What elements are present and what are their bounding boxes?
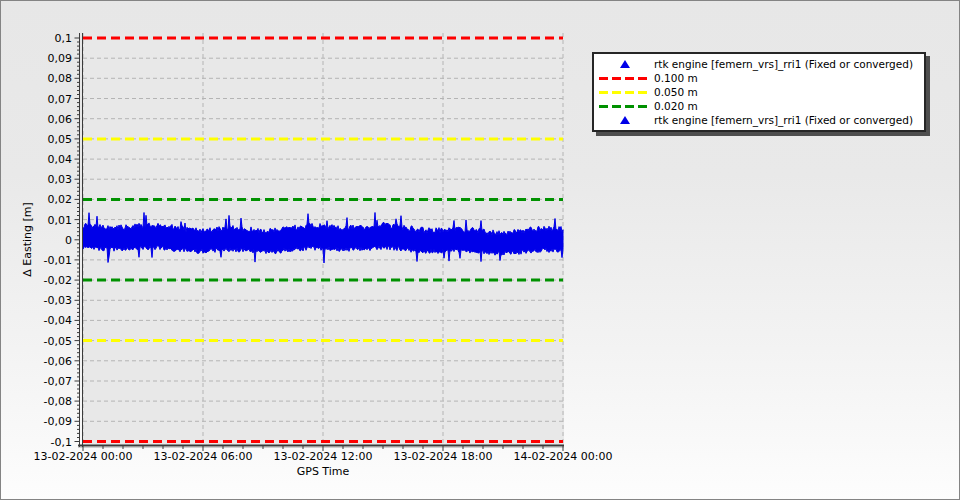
legend-item: rtk engine [femern_vrs]_rri1 (Fixed or c… [596, 57, 922, 71]
y-tick-label: 0,02 [48, 193, 73, 206]
dashed-line-marker-icon [596, 105, 654, 108]
dashed-line-marker-icon [596, 91, 654, 94]
y-tick-label: -0,01 [44, 254, 72, 267]
y-tick-label: 0,08 [48, 72, 73, 85]
legend-item-label: 0.020 m [654, 99, 698, 113]
triangle-icon [620, 60, 630, 68]
dashed-line-marker-icon [596, 77, 654, 80]
y-tick-label: 0,06 [48, 113, 73, 126]
dash-icon [599, 77, 651, 80]
x-tick-label: 13-02-2024 00:00 [33, 450, 132, 463]
y-axis-title: Δ Easting [m] [21, 181, 34, 299]
x-tick-label: 13-02-2024 06:00 [153, 450, 252, 463]
triangle-icon [620, 116, 630, 124]
legend-item: 0.100 m [596, 71, 922, 85]
dash-icon [599, 91, 651, 94]
y-tick-label: -0,05 [44, 335, 72, 348]
y-tick-label: -0,07 [44, 375, 72, 388]
y-tick-label: -0,03 [44, 294, 72, 307]
y-tick-label: -0,02 [44, 274, 72, 287]
legend: rtk engine [femern_vrs]_rri1 (Fixed or c… [592, 52, 926, 132]
y-tick-label: 0 [65, 234, 72, 247]
x-axis-title: GPS Time [263, 465, 383, 478]
y-tick-label: 0,03 [48, 173, 73, 186]
legend-item: rtk engine [femern_vrs]_rri1 (Fixed or c… [596, 113, 922, 127]
y-tick-label: -0,08 [44, 395, 72, 408]
triangle-marker-icon [596, 116, 654, 124]
x-tick-label: 14-02-2024 00:00 [513, 450, 612, 463]
chart-window: { "chart_data": { "type": "scatter", "ti… [0, 0, 960, 500]
y-tick-label: -0,09 [44, 415, 72, 428]
triangle-marker-icon [596, 60, 654, 68]
y-tick-label: -0,06 [44, 355, 72, 368]
y-tick-label: 0,04 [48, 153, 73, 166]
y-tick-label: -0,04 [44, 314, 72, 327]
legend-item: 0.050 m [596, 85, 922, 99]
legend-item-label: 0.050 m [654, 85, 698, 99]
y-tick-label: 0,09 [48, 52, 73, 65]
y-tick-label: 0,1 [55, 32, 73, 45]
y-tick-label: 0,01 [48, 214, 73, 227]
x-tick-label: 13-02-2024 18:00 [393, 450, 492, 463]
dash-icon [599, 105, 651, 108]
legend-item: 0.020 m [596, 99, 922, 113]
legend-item-label: rtk engine [femern_vrs]_rri1 (Fixed or c… [654, 57, 913, 71]
y-tick-label: -0,1 [51, 436, 72, 449]
y-tick-label: 0,07 [48, 93, 73, 106]
x-tick-label: 13-02-2024 12:00 [273, 450, 372, 463]
legend-item-label: rtk engine [femern_vrs]_rri1 (Fixed or c… [654, 113, 913, 127]
y-tick-label: 0,05 [48, 133, 73, 146]
legend-item-label: 0.100 m [654, 71, 698, 85]
